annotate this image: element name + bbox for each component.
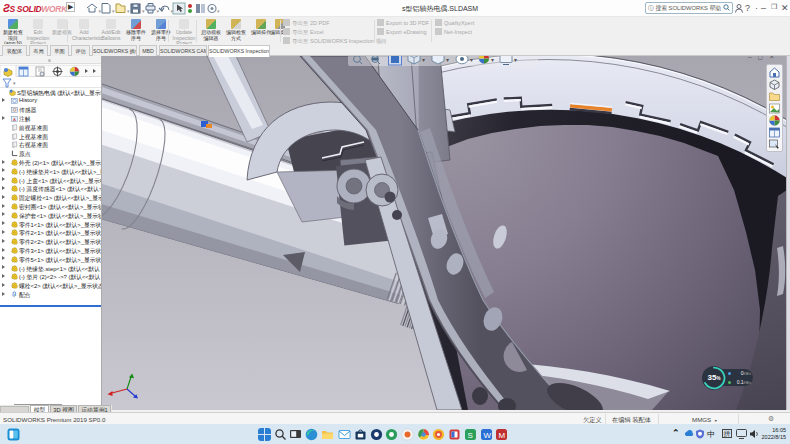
- svg-text:▾: ▾: [99, 8, 102, 14]
- svg-text:▾: ▾: [157, 8, 160, 14]
- svg-text:▾: ▾: [514, 57, 517, 63]
- svg-text:▾: ▾: [127, 8, 130, 14]
- svg-text:▾: ▾: [422, 57, 425, 63]
- svg-text:▾: ▾: [446, 57, 449, 63]
- svg-text:M: M: [499, 430, 506, 439]
- svg-text:▾: ▾: [491, 57, 494, 63]
- svg-text:▾: ▾: [217, 8, 220, 14]
- svg-text:W: W: [484, 430, 492, 439]
- svg-text:S: S: [468, 430, 473, 439]
- svg-text:▾: ▾: [112, 8, 115, 14]
- svg-text:▾: ▾: [470, 57, 473, 63]
- svg-text:A: A: [13, 117, 16, 122]
- svg-text:▾: ▾: [142, 8, 145, 14]
